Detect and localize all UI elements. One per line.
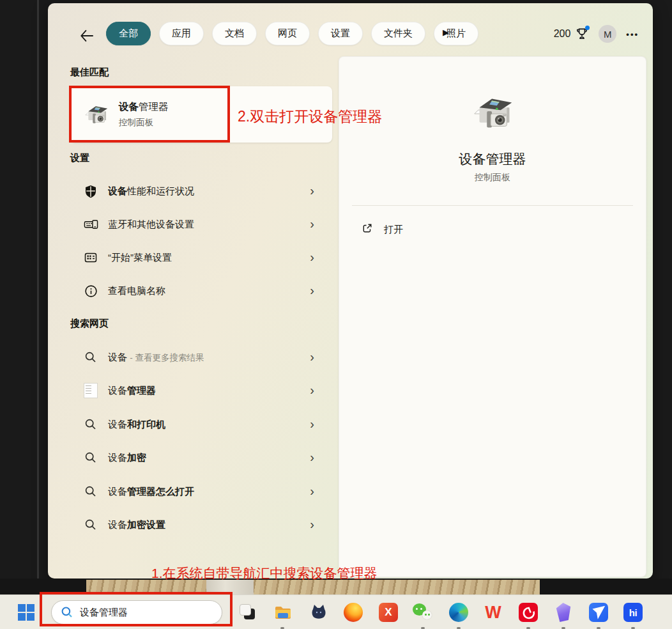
background-window-edge [37,0,39,579]
back-arrow-icon [79,27,95,44]
chevron-right-icon: › [310,217,314,232]
bluetooth-devices-icon [83,217,98,232]
tab-photos[interactable]: 照片 [434,22,478,45]
search-icon [83,484,98,499]
result-label: 设备管理器 [108,385,310,397]
device-manager-icon [468,89,518,141]
web-result-encryption-settings[interactable]: 设备加密设置 › [70,508,321,541]
user-avatar[interactable]: M [599,25,616,43]
result-label: 设备和打印机 [108,419,310,431]
result-label: 蓝牙和其他设备设置 [108,219,310,231]
obsidian-icon[interactable] [553,602,574,623]
web-result-device-encryption[interactable]: 设备加密 › [70,441,321,474]
wechat-icon[interactable] [413,602,433,623]
settings-section-header: 设置 [70,152,89,164]
open-label: 打开 [384,224,403,236]
result-label: “开始”菜单设置 [108,252,310,264]
netease-music-icon[interactable] [518,602,538,623]
result-device-performance[interactable]: 设备性能和运行状况 › [70,175,321,208]
windows-start-button[interactable] [18,604,34,621]
chevron-right-icon: › [310,350,314,365]
tab-settings[interactable]: 设置 [318,22,363,45]
tab-folders[interactable]: 文件夹 [371,22,425,45]
result-label: 设备加密 [108,452,310,464]
avatar-letter: M [604,29,612,40]
result-label: 设备管理器怎么打开 [108,486,310,498]
web-result-devices-printers[interactable]: 设备和打印机 › [70,408,321,441]
info-icon [83,283,98,299]
search-icon [83,517,98,532]
clash-cat-icon[interactable] [309,602,329,623]
tencent-docs-icon[interactable] [588,602,609,623]
web-result-device-manager[interactable]: 设备管理器 › [70,374,321,407]
tab-apps[interactable]: 应用 [159,22,204,45]
search-icon [83,417,98,432]
edge-icon[interactable] [448,602,469,623]
result-label: 设备加密设置 [108,519,310,531]
search-icon [83,450,98,465]
chevron-right-icon: › [310,251,314,265]
tab-all[interactable]: 全部 [106,22,151,45]
security-shield-icon [83,183,98,199]
chevron-right-icon: › [310,518,314,532]
chevron-right-icon: › [310,485,314,499]
open-external-icon [362,222,373,237]
search-icon [83,350,98,365]
hi-letters: hi [629,607,637,618]
annotation-box-best-match [69,86,230,143]
result-label: 设备 - 查看更多搜索结果 [108,352,310,364]
result-view-pc-name[interactable]: 查看电脑名称 › [70,274,321,307]
web-thumbnail [83,383,98,398]
preview-panel: 设备管理器 控制面板 打开 [339,56,646,577]
annotation-box-taskbar-search [40,592,233,626]
web-result-more[interactable]: 设备 - 查看更多搜索结果 › [70,341,321,374]
best-match-header: 最佳匹配 [70,66,109,79]
file-explorer-icon[interactable] [273,602,293,623]
search-filter-tabs: 全部 应用 文档 网页 设置 文件夹 照片 [106,21,478,45]
preview-title: 设备管理器 [339,150,646,168]
annotation-step1: 1.在系统自带导航汇中搜索设备管理器 [151,564,378,582]
tab-documents[interactable]: 文档 [212,22,257,45]
chevron-right-icon: › [310,284,314,299]
task-view-icon[interactable] [238,602,258,623]
rewards-points: 200 [554,28,571,40]
firefox-icon[interactable] [343,602,363,623]
open-action[interactable]: 打开 [353,217,633,242]
web-result-how-to-open[interactable]: 设备管理器怎么打开 › [70,475,321,508]
chevron-right-icon: › [310,184,314,199]
hi-app-icon[interactable]: hi [623,602,643,623]
start-menu-icon [83,250,98,265]
rewards-trophy-icon [575,27,589,41]
xmind-icon[interactable]: X [378,602,399,623]
result-label: 设备性能和运行状况 [108,185,310,198]
tab-web[interactable]: 网页 [265,22,310,45]
search-web-header: 搜索网页 [70,318,109,330]
xmind-letter: X [385,606,392,619]
more-tabs-icon[interactable]: ▶ [443,27,449,37]
chevron-right-icon: › [310,451,314,465]
preview-subtitle: 控制面板 [339,172,646,183]
topbar-right-cluster: 200 M ••• [554,22,639,45]
rewards-button[interactable]: 200 [554,27,590,41]
more-options-icon[interactable]: ••• [626,29,639,39]
result-bluetooth-devices[interactable]: 蓝牙和其他设备设置 › [70,208,321,241]
annotation-step2: 2.双击打开设备管理器 [238,107,382,127]
result-label: 查看电脑名称 [108,285,310,297]
chevron-right-icon: › [310,384,314,398]
chevron-right-icon: › [310,417,314,432]
back-button[interactable] [79,27,95,44]
divider [352,205,633,206]
wps-icon[interactable]: W [483,602,503,623]
result-start-menu-settings[interactable]: “开始”菜单设置 › [70,241,321,274]
